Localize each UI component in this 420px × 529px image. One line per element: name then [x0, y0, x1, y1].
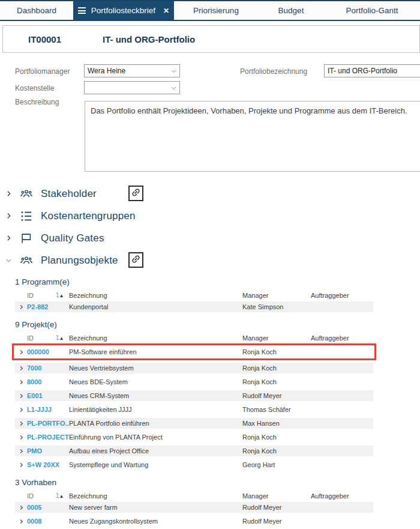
expand-row-icon[interactable] — [15, 435, 27, 440]
column-header-manager[interactable]: Manager — [242, 492, 311, 500]
row-bezeichnung: New server farm — [69, 504, 242, 511]
tab-label: Budget — [278, 6, 304, 15]
row-id-link[interactable]: 7000 — [27, 364, 69, 372]
row-id-link[interactable]: L1-JJJJ — [27, 406, 69, 413]
table-row[interactable]: E001Neues CRM-SystemRudolf Meyer — [15, 390, 373, 401]
expand-row-icon[interactable] — [15, 304, 27, 310]
row-id-link[interactable]: PL-PORTFO... — [27, 420, 69, 427]
kostenstelle-label: Kostenstelle — [15, 84, 54, 92]
table-row[interactable]: 000000PM-Software einführenRonja Koch — [15, 346, 373, 357]
row-manager: Ronja Koch — [242, 378, 311, 385]
tab-portfoliosteckbrief[interactable]: Portfoliosteckbrief✕ — [73, 1, 174, 20]
row-id-link[interactable]: 000000 — [27, 348, 69, 355]
tab-portfolio-gantt[interactable]: Portfolio-Gantt — [324, 1, 420, 20]
row-id-link[interactable]: 8000 — [27, 378, 69, 385]
column-header-auftraggeber[interactable]: Auftraggeber — [311, 292, 373, 299]
expand-row-icon[interactable] — [15, 366, 27, 371]
section-label: Kostenartengruppen — [41, 210, 136, 222]
column-header-auftraggeber[interactable]: Auftraggeber — [311, 334, 373, 342]
planning-object-tables: 1 Programm(e)ID1▲BezeichnungManagerAuftr… — [0, 277, 420, 529]
tab-priorisierung[interactable]: Priorisierung — [174, 1, 258, 20]
expand-row-icon[interactable] — [15, 519, 27, 524]
portfoliobezeichnung-input[interactable] — [324, 64, 420, 77]
portfoliomanager-select[interactable]: Wera Heine — [84, 64, 180, 77]
table-row[interactable]: 7000Neues VertriebsystemRonja Koch — [15, 363, 373, 373]
section-quality-gates[interactable]: Quality Gates — [0, 227, 420, 249]
chevron-down-icon — [170, 84, 178, 92]
sort-arrow-icon: ▲ — [59, 494, 64, 499]
portfolio-header-panel: IT00001 IT- und ORG-Portfolio — [2, 25, 420, 53]
column-header-bezeichnung[interactable]: Bezeichnung — [69, 292, 242, 299]
section-label: Planungsobjekte — [41, 255, 118, 267]
chevron-down-icon[interactable] — [5, 256, 18, 264]
expand-row-icon[interactable] — [15, 462, 27, 468]
sort-arrow-icon: ▲ — [59, 293, 64, 298]
sort-arrow-icon: ▲ — [59, 336, 64, 341]
tab-budget[interactable]: Budget — [258, 1, 324, 20]
row-id-link[interactable]: P2-882 — [27, 303, 69, 310]
row-id-link[interactable]: 0008 — [27, 518, 69, 525]
tab-label: Portfolio-Gantt — [346, 6, 398, 15]
bulleted-list-icon — [19, 210, 35, 223]
section-label: Stakeholder — [41, 188, 97, 200]
column-header-manager[interactable]: Manager — [242, 334, 311, 342]
portfoliobezeichnung-label: Portfoliobezeichnung — [240, 67, 307, 76]
table-row[interactable]: PMOAufbau eines Project OfficeRonja Koch — [15, 446, 373, 456]
row-id-link[interactable]: PMO — [27, 447, 69, 455]
row-id-link[interactable]: 0005 — [27, 504, 69, 511]
table-row[interactable]: L1-JJJJLinientätigkeiten JJJJThomas Schä… — [15, 404, 373, 415]
table-row[interactable]: PL-PROJECTEinführung von PLANTA ProjectR… — [15, 432, 373, 443]
table-row[interactable]: PL-PORTFO...PLANTA Portfolio einführenMa… — [15, 418, 373, 429]
table-row[interactable]: P2-882KundenportalKate Simpson — [15, 301, 373, 312]
row-bezeichnung: Kundenportal — [69, 303, 242, 310]
row-id-link[interactable]: E001 — [27, 392, 69, 399]
expand-row-icon[interactable] — [15, 379, 27, 385]
sort-indicator[interactable]: 1▲ — [56, 292, 69, 298]
kostenstelle-select[interactable] — [84, 81, 180, 94]
chevron-right-icon[interactable] — [5, 234, 18, 242]
row-bezeichnung: Neues BDE-System — [69, 378, 242, 385]
beschreibung-textarea[interactable]: Das Portfolio enthält Projektideen, Vorh… — [85, 101, 420, 172]
column-header-id[interactable]: ID — [27, 292, 56, 299]
sort-indicator[interactable]: 1▲ — [56, 334, 69, 341]
link-button[interactable] — [128, 252, 143, 268]
row-bezeichnung: PLANTA Portfolio einführen — [69, 420, 242, 427]
row-manager: Thomas Schäfer — [242, 406, 311, 413]
table-row[interactable]: S+W 20XXSystempflege und WartungGeorg Ha… — [15, 459, 373, 470]
column-header-auftraggeber[interactable]: Auftraggeber — [311, 492, 373, 500]
menu-icon[interactable] — [78, 6, 86, 16]
table-row[interactable]: 0008Neues ZugangskontrollsystemRudolf Me… — [15, 516, 373, 527]
tab-dashboard[interactable]: Dashboard — [0, 1, 73, 20]
expand-row-icon[interactable] — [15, 505, 27, 510]
column-header-id[interactable]: ID — [27, 334, 56, 342]
column-header-bezeichnung[interactable]: Bezeichnung — [69, 492, 242, 500]
link-button[interactable] — [128, 186, 143, 201]
column-header-manager[interactable]: Manager — [242, 292, 311, 299]
row-manager: Rudolf Meyer — [242, 392, 311, 399]
table-row[interactable]: 8000Neues BDE-SystemRonja Koch — [15, 376, 373, 387]
section-label: Quality Gates — [41, 232, 104, 244]
section-stakeholder[interactable]: Stakeholder — [0, 183, 420, 205]
expand-row-icon[interactable] — [15, 449, 27, 454]
chevron-right-icon[interactable] — [5, 190, 18, 198]
tab-label: Portfoliosteckbrief — [91, 6, 155, 15]
portfolio-form: Portfoliomanager Wera Heine Kostenstelle… — [0, 53, 420, 180]
expand-row-icon[interactable] — [15, 349, 27, 355]
row-id-link[interactable]: S+W 20XX — [27, 461, 69, 468]
section-planungsobjekte[interactable]: Planungsobjekte — [0, 249, 420, 271]
row-manager: Rudolf Meyer — [242, 518, 311, 525]
table-header-row: ID1▲BezeichnungManagerAuftraggeber — [15, 291, 373, 300]
sort-indicator[interactable]: 1▲ — [56, 492, 69, 499]
column-header-bezeichnung[interactable]: Bezeichnung — [69, 334, 242, 342]
chevron-right-icon[interactable] — [5, 212, 18, 220]
expand-row-icon[interactable] — [15, 407, 27, 413]
row-manager: Max Hansen — [242, 420, 311, 427]
column-header-id[interactable]: ID — [27, 492, 56, 500]
table-row[interactable]: 0005New server farmRudolf Meyer — [15, 502, 373, 513]
close-icon[interactable]: ✕ — [163, 7, 169, 15]
section-kostenartengruppen[interactable]: Kostenartengruppen — [0, 205, 420, 227]
expand-row-icon[interactable] — [15, 421, 27, 426]
row-id-link[interactable]: PL-PROJECT — [27, 434, 69, 441]
expand-row-icon[interactable] — [15, 393, 27, 399]
table-caption: 1 Programm(e) — [15, 277, 420, 286]
